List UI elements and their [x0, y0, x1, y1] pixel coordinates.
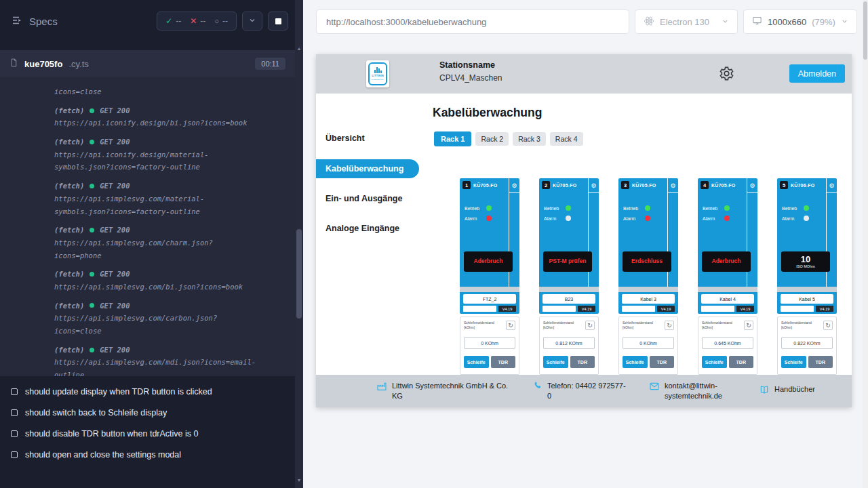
- reporter-scrollbar[interactable]: ▲ ▼: [295, 0, 303, 488]
- schleife-button[interactable]: Schleife: [464, 356, 489, 368]
- tdr-button[interactable]: TDR: [729, 356, 754, 368]
- divider-band: [460, 287, 519, 292]
- log-url: https://api.simplesvg.com/charm.json?ico…: [54, 237, 258, 262]
- log-entry[interactable]: (fetch)GET 200 https://api.simplesvg.com…: [54, 344, 258, 376]
- footer-email[interactable]: kontakt@littwin-systemtechnik.de: [649, 381, 738, 401]
- cable-name[interactable]: B23: [542, 294, 595, 304]
- url-input[interactable]: http://localhost:3000/kabelueberwachung: [316, 9, 629, 34]
- divider-band: [777, 287, 837, 292]
- refresh-icon[interactable]: ↻: [744, 321, 753, 330]
- nav-item-kabelueberwachung[interactable]: Kabelüberwachung: [316, 159, 419, 178]
- scroll-down-icon[interactable]: ▼: [295, 478, 303, 483]
- gear-icon[interactable]: ⚙: [589, 178, 599, 193]
- test-item[interactable]: should open and close the settings modal: [11, 450, 284, 460]
- log-entry[interactable]: (fetch)GET 200 https://api.iconify.desig…: [54, 104, 258, 129]
- cable-name[interactable]: Kabel 5: [781, 294, 833, 304]
- tdr-button[interactable]: TDR: [491, 356, 516, 368]
- log-entry[interactable]: (fetch)GET 200 https://api.simplesvg.com…: [54, 268, 258, 293]
- measurement-label: Schleifenwiderstand [kOhm]: [623, 321, 659, 329]
- logout-button[interactable]: Abmelden: [789, 64, 845, 83]
- pending-icon: ○: [214, 17, 219, 25]
- viewport-select[interactable]: 1000x660 (79%): [743, 9, 857, 34]
- tdr-button[interactable]: TDR: [650, 356, 675, 368]
- schleife-button[interactable]: Schleife: [702, 356, 727, 368]
- refresh-icon[interactable]: ↻: [506, 321, 515, 330]
- page-scrollbar[interactable]: [863, 0, 868, 488]
- log-url: https://api.simplesvg.com/bi.json?icons=…: [54, 281, 258, 293]
- alarm-label: Alarm: [623, 216, 645, 221]
- firmware-version: V4.19: [498, 306, 516, 312]
- test-item[interactable]: should switch back to Schleife display: [11, 408, 284, 418]
- nav-item-ein-und-ausgaenge[interactable]: Ein- und Ausgänge: [316, 189, 419, 208]
- gear-icon[interactable]: ⚙: [509, 178, 519, 193]
- browser-select[interactable]: Electron 130: [635, 9, 738, 34]
- test-stats: ✓-- ✕-- ○--: [157, 12, 237, 30]
- betrieb-label: Betrieb: [703, 206, 724, 211]
- scroll-up-icon[interactable]: ▲: [295, 46, 303, 51]
- schleife-button[interactable]: Schleife: [623, 356, 648, 368]
- measurement-value: 0.812 KOhm: [543, 337, 595, 349]
- device-card: 3 KÜ705-FO Betrieb Alarm ⚙: [618, 178, 678, 375]
- tab-rack-1[interactable]: Rack 1: [434, 131, 471, 146]
- settings-gear-icon[interactable]: [719, 66, 734, 81]
- gear-icon[interactable]: ⚙: [668, 178, 678, 193]
- tdr-button[interactable]: TDR: [808, 356, 833, 368]
- alarm-led: [645, 216, 650, 221]
- gear-icon[interactable]: ⚙: [827, 178, 837, 193]
- alarm-led: [486, 216, 492, 221]
- device-card: 2 KÜ705-FO Betrieb Alarm ⚙: [539, 178, 599, 375]
- alarm-led: [804, 216, 809, 221]
- status-display: Erdschluss: [623, 251, 671, 272]
- tdr-button[interactable]: TDR: [570, 356, 595, 368]
- cable-name[interactable]: Kabel 4: [701, 294, 754, 304]
- status-display: 10 ISO MOhm: [781, 251, 830, 272]
- log-entry[interactable]: (fetch)GET 200 https://api.simplesvg.com…: [54, 224, 258, 262]
- measurement-panel: Schleifenwiderstand [kOhm]↻ 0 KOhm Schle…: [618, 317, 678, 375]
- test-item[interactable]: should update display when TDR button is…: [11, 387, 284, 396]
- footer-phone[interactable]: Telefon: 04402 972577-0: [532, 381, 629, 401]
- success-dot-icon: [90, 140, 94, 144]
- cable-name[interactable]: Kabel 3: [622, 294, 675, 304]
- device-cards: 1 KÜ705-FO Betrieb Alarm ⚙: [460, 178, 837, 375]
- spec-header[interactable]: kue705fo .cy.ts 00:11: [0, 50, 295, 77]
- log-entry[interactable]: (fetch)GET 200 https://api.iconify.desig…: [54, 136, 258, 174]
- spec-name: kue705fo: [24, 59, 62, 69]
- measurement-label: Schleifenwiderstand [kOhm]: [543, 321, 580, 329]
- littwin-logo[interactable]: LITTWIN SYSTEMTECHNIK: [366, 60, 389, 87]
- scrollbar-thumb[interactable]: [863, 1, 867, 60]
- betrieb-label: Betrieb: [544, 206, 566, 211]
- log-entry[interactable]: (fetch)GET 200 https://api.simplesvg.com…: [54, 180, 258, 218]
- tab-rack-2[interactable]: Rack 2: [475, 132, 509, 146]
- refresh-icon[interactable]: ↻: [585, 321, 595, 330]
- device-number: 1: [462, 181, 471, 189]
- gear-icon[interactable]: ⚙: [747, 178, 757, 193]
- specs-menu-icon: [11, 14, 23, 28]
- log-entry[interactable]: (fetch)GET 200 https://api.simplesvg.com…: [54, 300, 258, 338]
- footer-manuals[interactable]: Handbücher: [759, 384, 815, 398]
- tab-rack-4[interactable]: Rack 4: [550, 132, 583, 146]
- tab-rack-3[interactable]: Rack 3: [513, 132, 546, 146]
- device-model: KÜ705-FO: [473, 183, 497, 188]
- app-footer: Littwin Systemtechnik GmbH & Co. KG Tele…: [316, 375, 852, 407]
- refresh-icon[interactable]: ↻: [665, 321, 674, 330]
- test-checkbox-icon: [11, 388, 18, 395]
- stop-button[interactable]: [268, 12, 288, 30]
- device-number: 4: [701, 181, 709, 189]
- success-dot-icon: [90, 184, 94, 188]
- refresh-icon[interactable]: ↻: [823, 321, 833, 330]
- chevron-down-icon: [841, 17, 848, 27]
- test-checkbox-icon: [11, 430, 18, 437]
- test-item[interactable]: should disable TDR button when tdrActive…: [11, 429, 284, 439]
- test-list: should update display when TDR button is…: [0, 376, 295, 460]
- nav-item-analoge-eingaenge[interactable]: Analoge Eingänge: [316, 219, 419, 238]
- schleife-button[interactable]: Schleife: [781, 356, 806, 368]
- cypress-reporter: Specs ✓-- ✕-- ○-- kue705fo: [0, 0, 295, 488]
- nav-item-uebersicht[interactable]: Übersicht: [316, 129, 419, 148]
- collapse-button[interactable]: [242, 12, 262, 30]
- device-model: KÜ705-FO: [632, 183, 656, 188]
- schleife-button[interactable]: Schleife: [543, 356, 568, 368]
- cable-name[interactable]: FTZ_2: [463, 294, 516, 304]
- specs-menu-toggle[interactable]: Specs: [11, 14, 58, 28]
- scrollbar-thumb[interactable]: [296, 229, 302, 319]
- device-panel: 2 KÜ705-FO Betrieb Alarm ⚙: [539, 178, 599, 314]
